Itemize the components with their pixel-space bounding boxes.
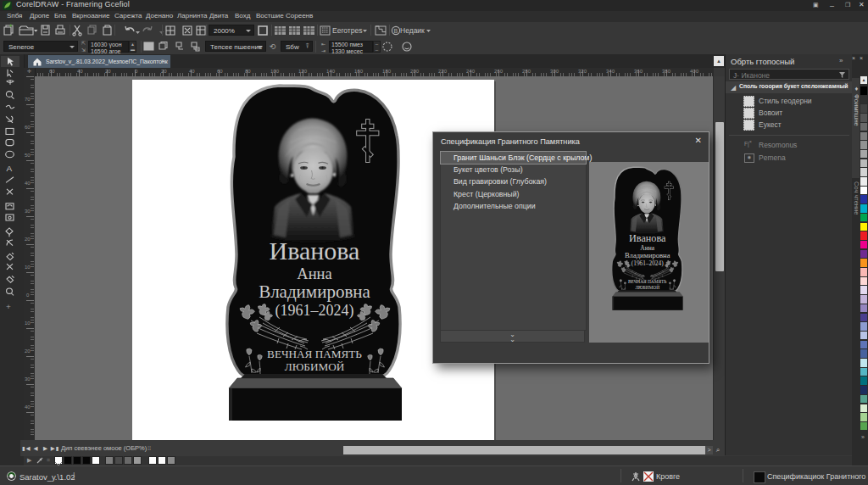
- svg-text:⇱: ⇱: [81, 41, 86, 46]
- svg-text:Ееготреs: Ееготреs: [332, 26, 362, 35]
- svg-text:⇥: ⇥: [321, 48, 326, 53]
- svg-text:⇤: ⇤: [321, 42, 326, 47]
- svg-text:B: B: [394, 28, 398, 34]
- svg-text:Недаик: Недаик: [400, 26, 425, 35]
- svg-text:⇲: ⇲: [81, 47, 86, 53]
- svg-text:+: +: [6, 302, 11, 311]
- svg-text:⟲: ⟲: [270, 42, 276, 51]
- svg-text:A: A: [6, 164, 12, 173]
